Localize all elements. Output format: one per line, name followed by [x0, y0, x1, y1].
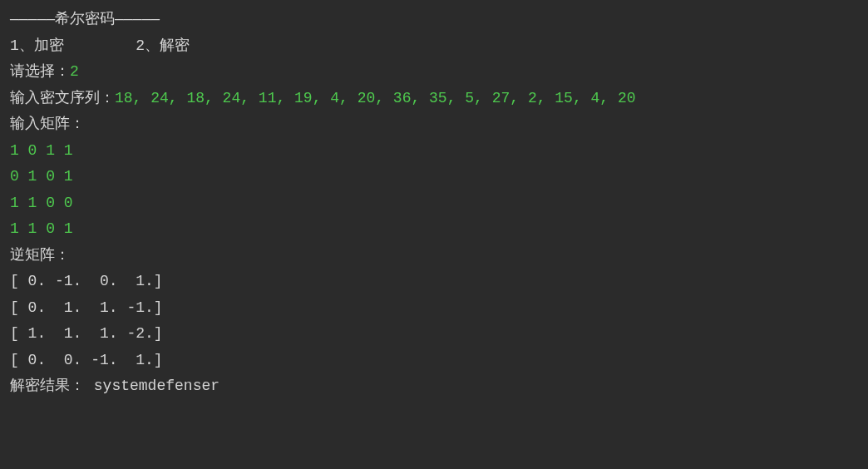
cipher-line: 输入密文序列：18, 24, 18, 24, 11, 19, 4, 20, 36…: [10, 86, 858, 112]
matrix-row[interactable]: 1 1 0 0: [10, 190, 858, 217]
choice-prompt: 请选择：: [10, 63, 70, 80]
inverse-label: 逆矩阵：: [10, 243, 858, 269]
menu-line: 1、加密 2、解密: [10, 33, 858, 60]
menu-spacer: [64, 37, 136, 54]
title-line: —————希尔密码—————: [10, 7, 858, 33]
cipher-prompt: 输入密文序列：: [10, 90, 115, 106]
matrix-row[interactable]: 1 1 0 1: [10, 216, 858, 243]
result-value: systemdefenser: [94, 378, 219, 394]
matrix-row[interactable]: 1 0 1 1: [10, 138, 858, 165]
inverse-row: [ 0. 1. 1. -1.]: [10, 295, 858, 322]
result-line: 解密结果： systemdefenser: [10, 373, 858, 400]
menu-option-encrypt: 1、加密: [10, 37, 64, 54]
choice-line: 请选择：2: [10, 59, 858, 86]
matrix-row[interactable]: 0 1 0 1: [10, 164, 858, 190]
inverse-row: [ 0. -1. 0. 1.]: [10, 269, 858, 295]
choice-input[interactable]: 2: [70, 63, 79, 80]
menu-option-decrypt: 2、解密: [136, 37, 190, 54]
result-label: 解密结果：: [10, 378, 94, 394]
inverse-row: [ 1. 1. 1. -2.]: [10, 321, 858, 348]
inverse-row: [ 0. 0. -1. 1.]: [10, 348, 858, 374]
cipher-input[interactable]: 18, 24, 18, 24, 11, 19, 4, 20, 36, 35, 5…: [115, 90, 636, 106]
matrix-prompt: 输入矩阵：: [10, 111, 858, 138]
